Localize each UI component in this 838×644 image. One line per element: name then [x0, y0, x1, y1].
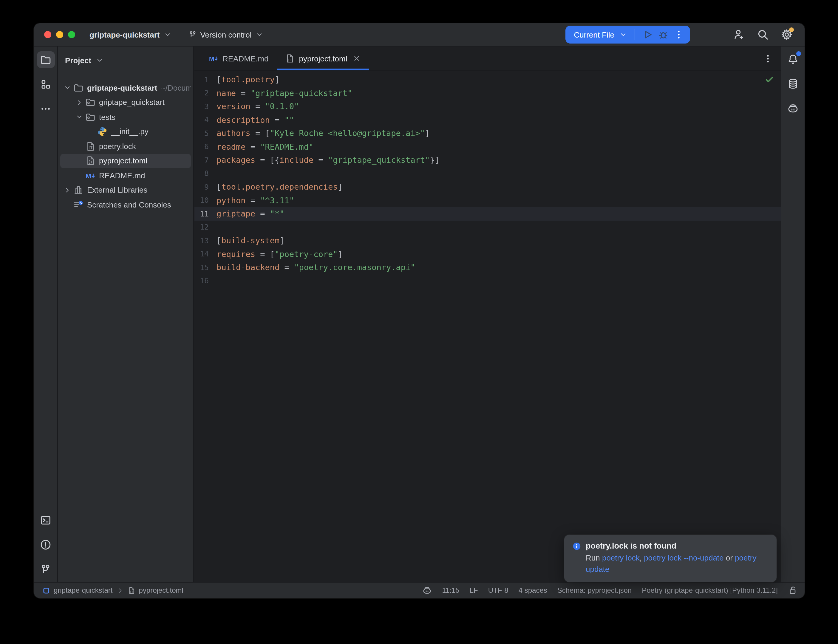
chevron-right-icon[interactable] — [61, 186, 73, 194]
notification-link-poetry-lock-no-update[interactable]: poetry lock --no-update — [644, 554, 723, 562]
notification-text: Run — [586, 554, 602, 562]
line-number[interactable]: 10 — [194, 196, 217, 205]
chevron-down-icon[interactable] — [61, 84, 73, 92]
line-separator[interactable]: LF — [470, 586, 478, 595]
breadcrumb-item-pyproject-toml[interactable]: [T]pyproject.toml — [127, 586, 183, 595]
tree-item-label: External Libraries — [87, 186, 147, 195]
code-token: description — [217, 115, 270, 125]
code-text: requires = ["poetry-core"] — [217, 249, 343, 259]
line-number[interactable]: 11 — [194, 209, 217, 218]
code-text: python = "^3.11" — [217, 196, 294, 205]
terminal-tool-window-button[interactable] — [37, 512, 54, 528]
line-number[interactable]: 3 — [194, 102, 217, 111]
project-panel-header[interactable]: Project — [58, 51, 193, 69]
close-window-button[interactable] — [44, 31, 51, 38]
minimize-window-button[interactable] — [56, 31, 63, 38]
line-number[interactable]: 7 — [194, 156, 217, 164]
code-token: [ — [217, 182, 221, 192]
debug-icon[interactable] — [658, 29, 669, 40]
tree-item-poetry-lock[interactable]: [T]poetry.lock — [60, 139, 191, 154]
code-token: = — [279, 263, 294, 272]
tree-item-griptape-quickstart[interactable]: griptape-quickstart~/Docume — [60, 80, 191, 95]
line-number[interactable]: 15 — [194, 263, 217, 272]
tree-item-readme-md[interactable]: MREADME.md — [60, 168, 191, 183]
problems-icon — [40, 539, 51, 550]
code-token: ] — [279, 236, 284, 245]
tree-item-path-hint: ~/Docume — [161, 84, 191, 92]
chevron-down-icon[interactable] — [73, 113, 85, 122]
caret-position[interactable]: 11:15 — [442, 586, 459, 595]
line-number[interactable]: 16 — [194, 276, 217, 285]
python-interpreter[interactable]: Poetry (griptape-quickstart) [Python 3.1… — [642, 586, 778, 595]
line-number[interactable]: 2 — [194, 89, 217, 97]
line-number[interactable]: 5 — [194, 129, 217, 138]
tree-item-griptape-quickstart[interactable]: griptape_quickstart — [60, 95, 191, 110]
python-icon — [97, 127, 107, 137]
code-line-13: 13[build-system] — [194, 234, 781, 247]
tree-item-pyproject-toml[interactable]: [T]pyproject.toml — [60, 154, 191, 168]
tab-options-kebab-icon[interactable] — [763, 54, 773, 64]
code-token: = [ — [255, 249, 274, 259]
right-tool-window-strip — [781, 46, 805, 582]
read-only-toggle[interactable] — [788, 586, 797, 595]
code-line-12: 12 — [194, 220, 781, 234]
tree-item--init-py[interactable]: __init__.py — [60, 124, 191, 139]
left-strip-bottom — [37, 512, 54, 577]
code-token: "poetry-core" — [274, 249, 338, 259]
breadcrumb-label: griptape-quickstart — [54, 586, 112, 595]
editor-zone: MREADME.md[T]pyproject.toml 1[tool.poetr… — [194, 46, 781, 582]
database-tool-window-button[interactable] — [784, 75, 802, 92]
ai-assistant-tool-window-button[interactable] — [784, 100, 802, 116]
close-tab-icon[interactable] — [353, 54, 361, 62]
problems-tool-window-button[interactable] — [37, 536, 54, 553]
line-number[interactable]: 12 — [194, 223, 217, 232]
project-tool-window-button[interactable] — [37, 51, 54, 68]
ai-assistant-icon — [787, 102, 799, 113]
code-editor[interactable]: 1[tool.poetry]2name = "griptape-quicksta… — [194, 71, 781, 582]
line-number[interactable]: 9 — [194, 182, 217, 191]
code-with-me-button[interactable] — [733, 29, 745, 41]
toml-icon: [T] — [285, 54, 295, 63]
code-text: griptape = "*" — [217, 209, 284, 219]
more-tool-windows-button[interactable] — [37, 100, 54, 117]
chevron-spacer — [73, 142, 85, 151]
chevron-right-icon[interactable] — [73, 99, 85, 107]
search-everywhere-button[interactable] — [757, 29, 769, 41]
github-copilot-status-icon[interactable] — [422, 586, 432, 595]
run-configuration-widget[interactable]: Current File — [565, 26, 690, 44]
structure-tool-window-button[interactable] — [37, 76, 54, 92]
settings-button[interactable] — [781, 29, 793, 41]
code-text: description = "" — [217, 115, 294, 125]
line-number[interactable]: 13 — [194, 236, 217, 245]
code-token: = — [270, 115, 284, 125]
breadcrumb-item-griptape-quickstart[interactable]: griptape-quickstart — [42, 586, 112, 595]
line-number[interactable]: 8 — [194, 169, 217, 178]
line-number[interactable]: 1 — [194, 75, 217, 84]
tab-readme-md[interactable]: MREADME.md — [200, 46, 277, 71]
tab-pyproject-toml[interactable]: [T]pyproject.toml — [277, 46, 370, 71]
run-icon[interactable] — [642, 29, 653, 40]
code-token: ] — [425, 128, 430, 138]
json-schema[interactable]: Schema: pyproject.json — [557, 586, 632, 595]
zoom-window-button[interactable] — [68, 31, 75, 38]
tree-item-tests[interactable]: tests — [60, 110, 191, 124]
tree-item-external-libraries[interactable]: External Libraries — [60, 183, 191, 197]
tree-item-scratches-and-consoles[interactable]: Scratches and Consoles — [60, 197, 191, 212]
file-encoding[interactable]: UTF-8 — [488, 586, 508, 595]
version-control-widget[interactable]: Version control — [189, 30, 264, 39]
line-number[interactable]: 4 — [194, 115, 217, 124]
code-text: packages = [{include = "griptape_quickst… — [217, 155, 440, 165]
inspections-ok-check-icon[interactable] — [765, 74, 774, 84]
line-number[interactable]: 6 — [194, 142, 217, 151]
indent-style[interactable]: 4 spaces — [519, 586, 547, 595]
notifications-button[interactable] — [784, 51, 802, 67]
code-token: = — [236, 88, 250, 98]
notification-link-poetry-lock[interactable]: poetry lock — [602, 554, 640, 562]
line-number[interactable]: 14 — [194, 250, 217, 258]
chevron-spacer — [85, 128, 97, 136]
code-line-6: 6readme = "README.md" — [194, 140, 781, 153]
more-run-options-icon[interactable] — [674, 29, 684, 40]
markdown-icon: M — [85, 171, 95, 181]
project-switcher[interactable]: griptape-quickstart — [89, 30, 172, 39]
version-control-tool-window-button[interactable] — [37, 560, 54, 577]
